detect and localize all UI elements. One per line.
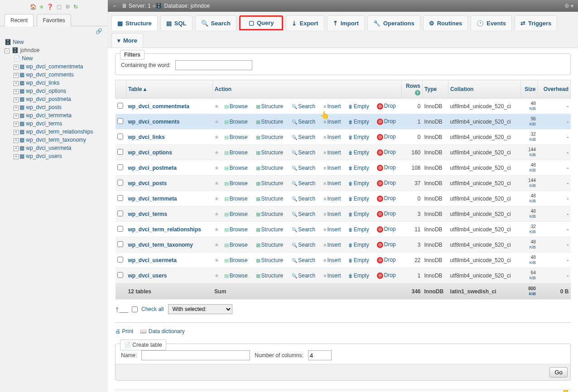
drop-link[interactable]: Drop bbox=[377, 134, 396, 140]
empty-link[interactable]: Empty bbox=[348, 119, 369, 125]
browse-link[interactable]: Browse bbox=[224, 257, 248, 263]
th-overhead[interactable]: Overhead bbox=[538, 80, 571, 99]
empty-link[interactable]: Empty bbox=[348, 180, 369, 186]
go-button[interactable]: Go bbox=[549, 367, 568, 378]
drop-link[interactable]: Drop bbox=[377, 257, 396, 263]
tree-table-item[interactable]: +▦ wp_dvci_term_relationships bbox=[14, 128, 108, 136]
bc-server[interactable]: Server: 1 bbox=[129, 3, 151, 9]
th-collation[interactable]: Collation bbox=[448, 80, 521, 99]
structure-link[interactable]: Structure bbox=[256, 134, 284, 140]
empty-link[interactable]: Empty bbox=[348, 196, 369, 202]
tree-table-item[interactable]: +▦ wp_dvci_users bbox=[14, 152, 108, 160]
browse-link[interactable]: Browse bbox=[224, 226, 248, 233]
row-checkbox[interactable] bbox=[117, 210, 123, 216]
link-icon[interactable]: 🔗 bbox=[96, 28, 102, 34]
star-icon[interactable]: ★ bbox=[214, 119, 219, 125]
th-table[interactable]: Table ▴ bbox=[126, 80, 213, 99]
star-icon[interactable]: ★ bbox=[214, 196, 219, 202]
search-link[interactable]: Search bbox=[292, 257, 315, 263]
table-name-link[interactable]: wp_dvci_comments bbox=[128, 119, 180, 125]
insert-link[interactable]: Insert bbox=[323, 103, 341, 110]
search-link[interactable]: Search bbox=[292, 226, 315, 233]
row-checkbox[interactable] bbox=[117, 180, 123, 186]
table-name-link[interactable]: wp_dvci_terms bbox=[128, 211, 168, 217]
search-link[interactable]: Search bbox=[292, 134, 315, 140]
insert-link[interactable]: Insert bbox=[323, 149, 341, 156]
drop-link[interactable]: Drop bbox=[377, 180, 396, 186]
tree-table-item[interactable]: +▦ wp_dvci_options bbox=[14, 87, 108, 95]
expand-icon[interactable]: + bbox=[14, 130, 19, 135]
check-all-label[interactable]: Check all bbox=[141, 306, 164, 312]
browse-link[interactable]: Browse bbox=[224, 180, 248, 186]
tab-structure[interactable]: ▦Structure bbox=[111, 15, 158, 30]
with-selected-dropdown[interactable]: With selected: bbox=[168, 304, 232, 314]
browse-link[interactable]: Browse bbox=[224, 211, 248, 217]
tab-query[interactable]: ▢Query bbox=[239, 15, 284, 30]
info-icon[interactable]: ? bbox=[415, 90, 420, 96]
data-dict-link[interactable]: 📖 Data dictionary bbox=[140, 328, 184, 335]
expand-icon[interactable]: + bbox=[14, 146, 19, 151]
insert-link[interactable]: Insert bbox=[323, 134, 341, 140]
star-icon[interactable]: ★ bbox=[214, 242, 219, 248]
tab-export[interactable]: ⤓Export bbox=[286, 15, 324, 30]
th-rows[interactable]: Rows? bbox=[401, 80, 422, 99]
star-icon[interactable]: ★ bbox=[214, 165, 219, 171]
home-icon[interactable]: 🏠 bbox=[30, 4, 37, 10]
star-icon[interactable]: ★ bbox=[214, 134, 219, 140]
structure-link[interactable]: Structure bbox=[256, 119, 284, 125]
drop-link[interactable]: Drop bbox=[377, 164, 396, 171]
table-name-link[interactable]: wp_dvci_term_relationships bbox=[128, 226, 201, 233]
tree-table-item[interactable]: +▦ wp_dvci_comments bbox=[14, 71, 108, 79]
structure-link[interactable]: Structure bbox=[256, 211, 284, 217]
star-icon[interactable]: ★ bbox=[214, 211, 219, 217]
search-link[interactable]: Search bbox=[292, 103, 315, 110]
table-name-link[interactable]: wp_dvci_options bbox=[128, 149, 172, 156]
tab-triggers[interactable]: ⇄Triggers bbox=[515, 15, 557, 30]
expand-icon[interactable]: + bbox=[14, 89, 19, 94]
expand-icon[interactable]: + bbox=[14, 65, 19, 70]
print-link[interactable]: 🖨 Print bbox=[115, 328, 133, 335]
drop-link[interactable]: Drop bbox=[377, 103, 396, 109]
collapse-sidebar-icon[interactable]: ← bbox=[112, 3, 118, 9]
browse-link[interactable]: Browse bbox=[224, 165, 248, 171]
row-checkbox[interactable] bbox=[117, 257, 123, 263]
empty-link[interactable]: Empty bbox=[348, 103, 369, 110]
star-icon[interactable]: ★ bbox=[214, 180, 219, 186]
empty-link[interactable]: Empty bbox=[348, 257, 369, 263]
row-checkbox[interactable] bbox=[117, 226, 123, 232]
tab-recent[interactable]: Recent bbox=[5, 14, 34, 26]
browse-link[interactable]: Browse bbox=[224, 134, 248, 140]
browse-link[interactable]: Browse bbox=[224, 272, 248, 279]
tree-table-item[interactable]: +▦ wp_dvci_postmeta bbox=[14, 95, 108, 103]
insert-link[interactable]: Insert bbox=[323, 180, 341, 186]
table-name-link[interactable]: wp_dvci_usermeta bbox=[128, 257, 177, 263]
search-link[interactable]: Search bbox=[292, 180, 315, 186]
structure-link[interactable]: Structure bbox=[256, 103, 284, 110]
empty-link[interactable]: Empty bbox=[348, 242, 369, 248]
search-link[interactable]: Search bbox=[292, 149, 315, 156]
row-checkbox[interactable] bbox=[117, 241, 123, 247]
tab-sql[interactable]: ▤SQL bbox=[160, 15, 193, 30]
tree-table-item[interactable]: +▦ wp_dvci_terms bbox=[14, 120, 108, 128]
search-link[interactable]: Search bbox=[292, 242, 315, 248]
table-name-link[interactable]: wp_dvci_postmeta bbox=[128, 165, 177, 171]
drop-link[interactable]: Drop bbox=[377, 241, 396, 248]
browse-link[interactable]: Browse bbox=[224, 149, 248, 156]
tab-import[interactable]: ⤒Import bbox=[327, 15, 365, 30]
tab-more[interactable]: ▾More bbox=[111, 33, 143, 48]
tree-table-item[interactable]: +▦ wp_dvci_usermeta bbox=[14, 144, 108, 152]
console-icon[interactable] bbox=[564, 390, 568, 392]
search-link[interactable]: Search bbox=[292, 211, 315, 217]
expand-icon[interactable]: + bbox=[14, 122, 19, 127]
reload-icon[interactable]: ↻ bbox=[73, 4, 78, 10]
row-checkbox[interactable] bbox=[117, 195, 123, 201]
expand-icon[interactable]: + bbox=[14, 81, 19, 86]
structure-link[interactable]: Structure bbox=[256, 180, 284, 186]
empty-link[interactable]: Empty bbox=[348, 134, 369, 140]
th-size[interactable]: Size bbox=[521, 80, 538, 99]
structure-link[interactable]: Structure bbox=[256, 242, 284, 248]
search-link[interactable]: Search bbox=[292, 119, 315, 125]
table-name-link[interactable]: wp_dvci_users bbox=[128, 272, 167, 279]
tree-new-db[interactable]: 🗄️ New bbox=[5, 38, 108, 46]
tab-favorites[interactable]: Favorites bbox=[37, 14, 71, 26]
